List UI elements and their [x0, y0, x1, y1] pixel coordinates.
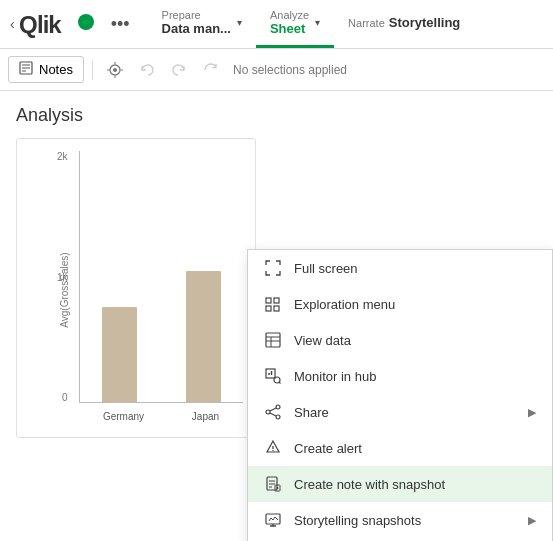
svg-point-24 [266, 410, 270, 414]
back-chevron-icon[interactable]: ‹ [10, 16, 15, 32]
snapshots-icon [264, 512, 282, 528]
share-label: Share [294, 405, 516, 420]
menu-item-share[interactable]: Share ▶ [248, 394, 552, 430]
menu-item-monitor[interactable]: Monitor in hub [248, 358, 552, 394]
viewdata-icon [264, 332, 282, 348]
note-label: Create note with snapshot [294, 477, 536, 492]
nav-narrate-bottom-label: Storytelling [389, 15, 461, 30]
bar-germany [88, 151, 152, 402]
bar-germany-rect [102, 307, 137, 402]
svg-point-28 [272, 450, 273, 451]
bar-japan [172, 151, 236, 402]
y-tick-0: 0 [62, 392, 68, 403]
toolbar-separator [92, 60, 93, 80]
exploration-label: Exploration menu [294, 297, 536, 312]
notes-button[interactable]: Notes [8, 56, 84, 83]
nav-analyze-bottom-label: Sheet [270, 21, 309, 36]
share-icon [264, 404, 282, 420]
chart-y-label: Avg(GrossSales) [59, 252, 70, 327]
chart-bars-area [79, 151, 243, 403]
menu-item-snapshots[interactable]: Storytelling snapshots ▶ [248, 502, 552, 538]
more-options-icon[interactable]: ••• [103, 14, 138, 35]
svg-rect-11 [266, 306, 271, 311]
svg-rect-12 [274, 306, 279, 311]
alert-label: Create alert [294, 441, 536, 456]
x-label-japan: Japan [192, 411, 219, 422]
nav-analyze-top-label: Analyze [270, 9, 309, 21]
fullscreen-label: Full screen [294, 261, 536, 276]
notes-label: Notes [39, 62, 73, 77]
exploration-icon [264, 296, 282, 312]
svg-rect-9 [266, 298, 271, 303]
snapshots-label: Storytelling snapshots [294, 513, 516, 528]
monitor-label: Monitor in hub [294, 369, 536, 384]
nav-section-narrate[interactable]: Narrate Storytelling [334, 0, 474, 48]
context-menu: Full screen Exploration menu [247, 249, 553, 541]
svg-rect-17 [266, 369, 275, 378]
svg-point-23 [276, 415, 280, 419]
nav-prepare-top-label: Prepare [162, 9, 231, 21]
page-title: Analysis [16, 105, 537, 126]
menu-item-alert[interactable]: Create alert [248, 430, 552, 466]
y-tick-2k: 2k [57, 151, 68, 162]
top-nav: ‹ Q lik ••• Prepare Data man... ▾ Analyz… [0, 0, 553, 49]
bar-japan-rect [186, 271, 221, 402]
nav-logo[interactable]: ‹ Q lik ••• [0, 0, 148, 48]
svg-rect-13 [266, 333, 280, 347]
viewdata-label: View data [294, 333, 536, 348]
nav-section-analyze[interactable]: Analyze Sheet ▾ [256, 0, 334, 48]
analyze-chevron-icon: ▾ [315, 17, 320, 28]
alert-icon [264, 440, 282, 456]
refresh-button[interactable] [197, 56, 225, 84]
nav-section-prepare[interactable]: Prepare Data man... ▾ [148, 0, 256, 48]
svg-line-21 [279, 382, 280, 383]
menu-item-fullscreen[interactable]: Full screen [248, 250, 552, 286]
menu-item-viewdata[interactable]: View data [248, 322, 552, 358]
svg-line-26 [270, 413, 276, 416]
nav-narrate-top-label: Narrate [348, 15, 385, 29]
redo-button[interactable] [165, 56, 193, 84]
share-arrow-icon: ▶ [528, 406, 536, 419]
svg-rect-10 [274, 298, 279, 303]
nav-sections: Prepare Data man... ▾ Analyze Sheet ▾ Na… [148, 0, 553, 48]
svg-point-8 [113, 68, 117, 72]
chart-x-labels: Germany Japan [79, 403, 243, 429]
no-selections-label: No selections applied [233, 63, 347, 77]
menu-item-exploration[interactable]: Exploration menu [248, 286, 552, 322]
nav-prepare-bottom-label: Data man... [162, 21, 231, 36]
toolbar: Notes No selections applied [0, 49, 553, 91]
capture-icon-button[interactable] [101, 56, 129, 84]
undo-button[interactable] [133, 56, 161, 84]
svg-rect-36 [266, 514, 280, 524]
fullscreen-icon [264, 260, 282, 276]
snapshots-arrow-icon: ▶ [528, 514, 536, 527]
x-label-germany: Germany [103, 411, 144, 422]
monitor-icon [264, 368, 282, 384]
svg-point-22 [276, 405, 280, 409]
svg-line-25 [270, 408, 276, 411]
notes-icon [19, 61, 33, 78]
note-icon [264, 476, 282, 492]
svg-text:lik: lik [37, 11, 62, 38]
menu-item-note[interactable]: Create note with snapshot [248, 466, 552, 502]
qlik-logo: Q lik [19, 9, 99, 39]
chart-container[interactable]: Avg(GrossSales) 2k 1k 0 [16, 138, 256, 438]
svg-text:Q: Q [19, 11, 37, 38]
main-content: Analysis Avg(GrossSales) 2k 1k 0 [0, 91, 553, 452]
prepare-chevron-icon: ▾ [237, 17, 242, 28]
